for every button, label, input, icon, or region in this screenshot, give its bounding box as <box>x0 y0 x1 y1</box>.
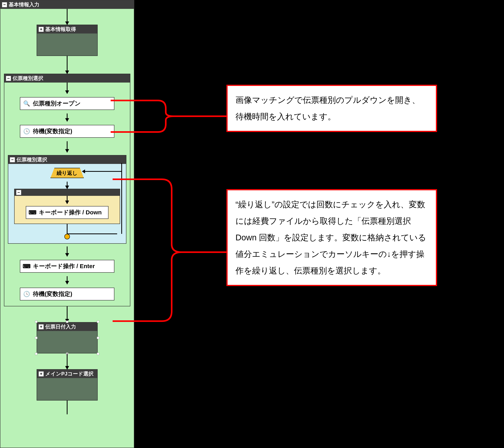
step-key-down-label: キーボード操作 / Down <box>39 208 102 217</box>
node-date-input-wrapper: + 伝票日付入力 <box>37 322 98 354</box>
clock-icon: 🕓 <box>23 291 30 298</box>
loop-join-node <box>64 234 70 239</box>
loop-join-line <box>67 233 117 234</box>
keyboard-icon: ⌨ <box>29 209 36 216</box>
collapse-icon[interactable]: − <box>2 2 7 7</box>
selection-handle[interactable] <box>35 337 37 339</box>
loop-back-arrow <box>85 171 122 172</box>
expand-icon[interactable]: + <box>38 371 44 376</box>
clock-icon: 🕓 <box>23 128 30 135</box>
expand-icon[interactable]: + <box>38 27 44 32</box>
node-basic-info-title: 基本情報取得 <box>45 26 76 33</box>
step-wait-2[interactable]: 🕓 待機(変数指定) <box>20 288 114 300</box>
callout-bracket-1 <box>111 91 229 140</box>
selection-handle[interactable] <box>97 337 99 339</box>
flow-arrow <box>0 9 134 25</box>
selection-handle[interactable] <box>35 320 37 323</box>
step-wait-1[interactable]: 🕓 待機(変数指定) <box>20 125 114 138</box>
group-slip-header: − 伝票種別選択 <box>4 74 130 83</box>
root-group-header: − 基本情報入力 <box>0 0 134 9</box>
callout-2: “繰り返し”の設定では回数にチェックを入れ、変数には経費ファイルから取得した「伝… <box>226 189 437 286</box>
node-basic-info[interactable]: + 基本情報取得 <box>37 25 98 56</box>
node-main-pj[interactable]: + メインPJコード選択 <box>37 369 98 401</box>
loop-group-header: − 伝票種別選択 <box>8 155 126 164</box>
loop-inner-group: − ⌨ キーボード操作 / Down <box>14 189 120 224</box>
collapse-icon[interactable]: − <box>10 157 15 162</box>
step-key-enter[interactable]: ⌨ キーボード操作 / Enter <box>20 260 114 273</box>
flow-arrow <box>0 401 134 414</box>
flow-arrow <box>0 56 134 74</box>
keyboard-icon: ⌨ <box>23 263 30 270</box>
flow-arrow <box>0 354 134 369</box>
step-wait-2-label: 待機(変数指定) <box>33 290 72 298</box>
loop-label: 繰り返し <box>57 170 78 177</box>
step-key-down[interactable]: ⌨ キーボード操作 / Down <box>26 206 108 219</box>
flow-arrow <box>8 182 126 189</box>
selection-handle[interactable] <box>97 320 99 323</box>
step-open-slip-label: 伝票種別オープン <box>33 99 81 108</box>
search-icon: 🔍 <box>23 100 30 107</box>
flow-arrow <box>4 141 130 152</box>
node-date-input[interactable]: + 伝票日付入力 <box>37 322 98 354</box>
node-main-pj-title: メインPJコード選択 <box>45 370 93 377</box>
step-wait-1-label: 待機(変数指定) <box>33 127 72 135</box>
loop-container: − 伝票種別選択 繰り返し − ⌨ キーボード操作 / Down <box>8 155 126 244</box>
callout-1: 画像マッチングで伝票種別のプルダウンを開き、待機時間を入れています。 <box>226 85 437 132</box>
selection-handle[interactable] <box>66 320 68 323</box>
expand-icon[interactable]: + <box>38 324 44 329</box>
flow-arrow <box>8 224 126 234</box>
step-open-slip[interactable]: 🔍 伝票種別オープン <box>20 97 114 110</box>
collapse-icon[interactable]: − <box>16 190 21 195</box>
flow-arrow <box>15 196 120 204</box>
group-slip-title: 伝票種別選択 <box>13 75 43 82</box>
callout-1-text: 画像マッチングで伝票種別のプルダウンを開き、待機時間を入れています。 <box>235 95 420 121</box>
root-group-title: 基本情報入力 <box>9 1 39 8</box>
callout-bracket-2 <box>111 177 229 323</box>
collapse-icon[interactable]: − <box>6 76 11 81</box>
loop-diamond[interactable]: 繰り返し <box>50 168 84 178</box>
node-date-input-title: 伝票日付入力 <box>45 323 76 330</box>
step-key-enter-label: キーボード操作 / Enter <box>33 262 95 270</box>
loop-group-title: 伝票種別選択 <box>17 156 47 163</box>
callout-2-text: “繰り返し”の設定では回数にチェックを入れ、変数には経費ファイルから取得した「伝… <box>235 200 426 275</box>
